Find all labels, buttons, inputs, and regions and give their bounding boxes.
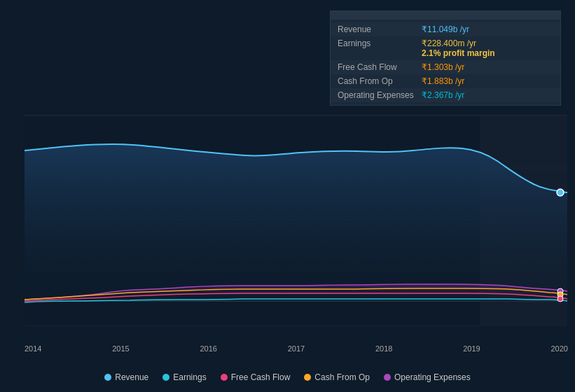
tooltip-value-revenue: ₹11.049b /yr xyxy=(422,24,553,34)
legend-label: Operating Expenses xyxy=(394,372,471,382)
tooltip-value-cashfromop: ₹1.883b /yr xyxy=(422,76,553,86)
x-axis-label: 2019 xyxy=(463,344,480,353)
legend-item[interactable]: Operating Expenses xyxy=(384,372,471,382)
legend-item[interactable]: Earnings xyxy=(162,372,206,382)
x-axis-label: 2015 xyxy=(112,344,129,353)
legend-label: Earnings xyxy=(173,372,206,382)
legend-label: Cash From Op xyxy=(314,372,370,382)
legend-label: Free Cash Flow xyxy=(231,372,291,382)
x-axis-label: 2016 xyxy=(200,344,217,353)
legend-dot xyxy=(221,374,228,381)
legend-item[interactable]: Cash From Op xyxy=(304,372,370,382)
tooltip-row-cashfromop: Cash From Op ₹1.883b /yr xyxy=(331,74,560,88)
legend-dot xyxy=(384,374,391,381)
tooltip-header xyxy=(331,11,560,20)
tooltip-row-revenue: Revenue ₹11.049b /yr xyxy=(331,22,560,36)
legend-item[interactable]: Revenue xyxy=(104,372,148,382)
tooltip-label-revenue: Revenue xyxy=(338,24,422,34)
legend-label: Revenue xyxy=(115,372,148,382)
tooltip-label-fcf: Free Cash Flow xyxy=(338,62,422,72)
tooltip-value-earnings: ₹228.400m /yr 2.1% profit margin xyxy=(422,38,553,58)
tooltip-row-earnings: Earnings ₹228.400m /yr 2.1% profit margi… xyxy=(331,36,560,60)
legend-dot xyxy=(304,374,311,381)
legend-dot xyxy=(162,374,169,381)
tooltip-row-opex: Operating Expenses ₹2.367b /yr xyxy=(331,88,560,102)
x-axis-label: 2018 xyxy=(375,344,392,353)
tooltip-value-fcf: ₹1.303b /yr xyxy=(422,62,553,72)
x-axis-label: 2014 xyxy=(25,344,41,353)
svg-point-11 xyxy=(557,296,563,302)
x-axis: 2014201520162017201820192020 xyxy=(25,344,568,353)
x-axis-label: 2017 xyxy=(288,344,305,353)
tooltip-label-cashfromop: Cash From Op xyxy=(338,76,422,86)
tooltip-body: Revenue ₹11.049b /yr Earnings ₹228.400m … xyxy=(331,20,560,105)
tooltip-label-opex: Operating Expenses xyxy=(338,90,422,100)
tooltip-row-fcf: Free Cash Flow ₹1.303b /yr xyxy=(331,60,560,74)
legend-dot xyxy=(104,374,111,381)
svg-point-8 xyxy=(557,189,564,196)
legend-item[interactable]: Free Cash Flow xyxy=(221,372,291,382)
tooltip-value-opex: ₹2.367b /yr xyxy=(422,90,553,100)
x-axis-label: 2020 xyxy=(551,344,568,353)
chart-tooltip: Revenue ₹11.049b /yr Earnings ₹228.400m … xyxy=(330,10,561,106)
tooltip-label-earnings: Earnings xyxy=(338,38,422,48)
chart-legend: RevenueEarningsFree Cash FlowCash From O… xyxy=(0,372,575,382)
